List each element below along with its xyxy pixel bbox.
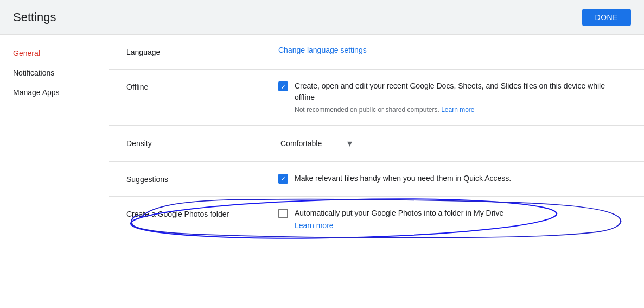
offline-learn-more-link[interactable]: Learn more [441, 106, 474, 114]
language-value: Change language settings [278, 46, 627, 54]
page-title: Settings [13, 10, 56, 24]
suggestions-row: Suggestions ✓ Make relevant files handy … [109, 162, 644, 197]
offline-main-text: Create, open and edit your recent Google… [295, 80, 627, 103]
google-photos-checkbox[interactable] [278, 209, 288, 218]
density-select-wrapper: Comfortable Cozy Compact ▾ [278, 137, 354, 150]
done-button[interactable]: DONE [582, 9, 631, 26]
google-photos-main-text: Automatically put your Google Photos int… [295, 208, 503, 219]
sidebar-item-notifications[interactable]: Notifications [0, 63, 109, 83]
google-photos-learn-more-link[interactable]: Learn more [295, 221, 503, 230]
settings-content: Language Change language settings Offlin… [109, 35, 644, 308]
suggestions-main-text: Make relevant files handy when you need … [295, 173, 511, 184]
checkmark-icon: ✓ [280, 83, 286, 90]
density-row: Density Comfortable Cozy Compact ▾ [109, 126, 644, 162]
offline-value: ✓ Create, open and edit your recent Goog… [278, 80, 627, 115]
offline-checkbox[interactable]: ✓ [278, 81, 288, 91]
suggestions-label: Suggestions [126, 173, 278, 184]
sidebar: General Notifications Manage Apps [0, 35, 109, 308]
suggestions-checkbox-wrapper: ✓ Make relevant files handy when you nee… [278, 173, 511, 184]
suggestions-text-block: Make relevant files handy when you need … [295, 173, 511, 184]
checkmark-icon: ✓ [280, 175, 286, 182]
offline-text-block: Create, open and edit your recent Google… [295, 80, 627, 115]
offline-label: Offline [126, 80, 278, 91]
language-row: Language Change language settings [109, 35, 644, 70]
suggestions-checkbox[interactable]: ✓ [278, 174, 288, 184]
offline-checkbox-wrapper: ✓ Create, open and edit your recent Goog… [278, 80, 627, 115]
suggestions-value: ✓ Make relevant files handy when you nee… [278, 173, 627, 184]
sidebar-item-manage-apps[interactable]: Manage Apps [0, 83, 109, 102]
google-photos-row: Create a Google Photos folder Automatica… [109, 197, 644, 241]
language-label: Language [126, 46, 278, 56]
density-value: Comfortable Cozy Compact ▾ [278, 137, 627, 150]
google-photos-checkbox-wrapper: Automatically put your Google Photos int… [278, 208, 503, 230]
change-language-link[interactable]: Change language settings [278, 46, 367, 54]
main-layout: General Notifications Manage Apps Langua… [0, 35, 644, 308]
google-photos-text-block: Automatically put your Google Photos int… [295, 208, 503, 230]
density-select[interactable]: Comfortable Cozy Compact [278, 137, 354, 150]
offline-row: Offline ✓ Create, open and edit your rec… [109, 70, 644, 126]
offline-sub-text: Not recommended on public or shared comp… [295, 105, 627, 115]
sidebar-item-general[interactable]: General [0, 43, 109, 63]
google-photos-value: Automatically put your Google Photos int… [278, 208, 627, 230]
density-label: Density [126, 137, 278, 148]
google-photos-label: Create a Google Photos folder [126, 208, 278, 218]
header: Settings DONE [0, 0, 644, 35]
